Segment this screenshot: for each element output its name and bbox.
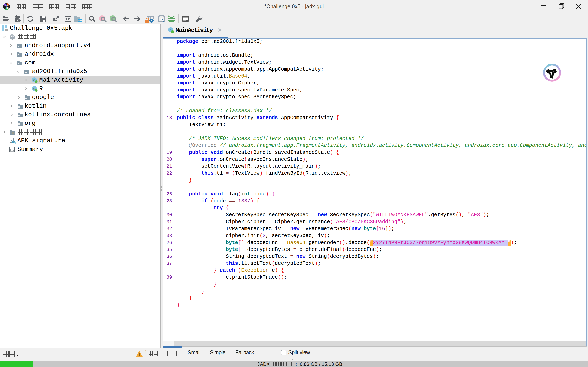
svg-text:DX: DX <box>6 7 9 9</box>
svg-text:JA: JA <box>5 4 8 6</box>
